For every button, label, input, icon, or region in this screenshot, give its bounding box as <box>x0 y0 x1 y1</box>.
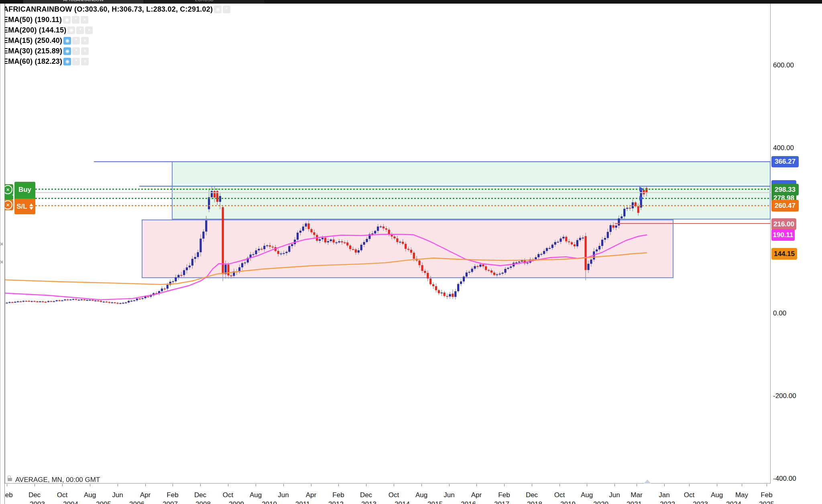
settings-icon[interactable]: * <box>76 26 84 34</box>
entry-markers-layer <box>5 4 770 483</box>
stoploss-button[interactable]: S/L <box>14 199 35 214</box>
year-label: 2008 <box>195 500 211 504</box>
year-label: 2011 <box>295 500 310 504</box>
tab-africanrainbow[interactable]: AFRICANRAINBOW <box>23 0 144 4</box>
buy2-entry-marker <box>639 196 644 201</box>
visibility-icon[interactable]: ◉ <box>63 47 71 55</box>
year-label: 2021 <box>627 500 642 504</box>
time-axis-tick <box>504 484 505 486</box>
month-label: Oct <box>389 491 399 499</box>
month-label: Feb <box>761 491 772 499</box>
tag-ema50-190-11: 190.11 <box>771 229 795 241</box>
month-label: Apr <box>306 491 316 499</box>
time-axis-tick <box>664 484 665 486</box>
time-axis-tick <box>449 484 450 486</box>
price-axis-label: -400.00 <box>773 475 796 483</box>
time-axis-tick <box>476 484 477 486</box>
symbol-ohlc-row: AFRICANRAINBOW (O:303.60, H:306.73, L:28… <box>3 4 230 14</box>
year-label: 2022 <box>660 500 675 504</box>
trading-app: { "window": { "tabs": [ {"label": "AFRIC… <box>0 0 822 504</box>
month-label: Apr <box>471 491 482 499</box>
adjust-stoploss-arrows[interactable] <box>29 203 33 210</box>
remove-icon[interactable]: × <box>81 37 89 45</box>
month-label: Dec <box>360 491 372 499</box>
symbol-ohlc-title: AFRICANRAINBOW (O:303.60, H:306.73, L:28… <box>3 5 213 14</box>
tag-ema200-144-15: 144.15 <box>771 248 797 260</box>
chart-panel <box>5 3 771 484</box>
month-label: Aug <box>711 491 723 499</box>
visibility-icon[interactable]: ◉ <box>63 58 71 65</box>
time-axis-tick <box>173 484 173 486</box>
month-label: Jun <box>278 491 289 499</box>
settings-icon[interactable]: * <box>72 47 80 55</box>
tag-216-00: 216.00 <box>771 218 796 230</box>
tab-eurusd[interactable]: EURUSD <box>144 0 265 4</box>
tag-sl-260-47[interactable]: 260.47 <box>771 200 799 211</box>
indicator-row-ema200: EMA(200) (144.15) ◉ * × <box>3 25 230 35</box>
month-label: May <box>735 491 748 499</box>
year-label: 2014 <box>395 500 410 504</box>
splitter-handle-icon[interactable]: × <box>0 240 4 247</box>
year-label: 2025 <box>759 500 774 504</box>
year-label: 2003 <box>30 500 45 504</box>
month-label: Aug <box>581 491 593 499</box>
visibility-icon[interactable]: ◉ <box>63 16 71 24</box>
time-axis-tick <box>338 484 339 486</box>
year-label: 2006 <box>129 500 144 504</box>
month-label: Jun <box>444 491 454 499</box>
indicator-row-ema15: EMA(15) (250.40) ◉ * × <box>3 35 230 46</box>
time-axis-tick <box>717 484 717 486</box>
visibility-icon[interactable]: ◉ <box>214 6 222 13</box>
visibility-icon[interactable]: ◉ <box>67 26 75 34</box>
month-label: Jun <box>112 491 123 499</box>
time-axis-tick <box>228 484 228 486</box>
indicator-label: EMA(50) (190.11) <box>3 16 62 24</box>
visibility-icon[interactable]: ◉ <box>63 37 71 45</box>
time-axis-tick <box>587 484 587 486</box>
time-axis-tick <box>62 484 63 486</box>
year-label: 2019 <box>560 500 576 504</box>
year-label: 2004 <box>63 500 78 504</box>
time-axis-tick <box>742 484 742 486</box>
year-label: 2010 <box>262 500 277 504</box>
remove-icon[interactable]: × <box>81 16 88 24</box>
time-axis-tick <box>90 484 90 486</box>
price-axis-label: 0.00 <box>773 309 786 317</box>
year-label: 2023 <box>693 500 708 504</box>
settings-icon[interactable]: * <box>223 6 230 13</box>
year-label: 2007 <box>163 500 178 504</box>
month-label: Mar <box>631 491 642 499</box>
indicator-row-ema60: EMA(60) (182.23) ◉ * × <box>3 56 230 67</box>
chart-legend: AFRICANRAINBOW (O:303.60, H:306.73, L:28… <box>3 4 230 67</box>
time-axis-tick <box>256 484 256 486</box>
settings-icon[interactable]: * <box>72 58 80 65</box>
year-label: 2012 <box>328 500 344 504</box>
time-axis-tick <box>311 484 311 486</box>
time-axis-tick <box>614 484 615 486</box>
buy-button-label: Buy <box>18 186 31 194</box>
left-splitter[interactable]: × × <box>0 4 5 504</box>
month-label: Feb <box>167 491 178 499</box>
remove-icon[interactable]: × <box>85 26 93 34</box>
settings-icon[interactable]: * <box>72 16 79 24</box>
chart-status-text: AVERAGE, MN, 00:00 GMT <box>15 476 100 484</box>
time-axis-tick <box>560 484 560 486</box>
year-label: 2024 <box>726 500 741 504</box>
month-label: Jun <box>609 491 620 499</box>
remove-icon[interactable]: × <box>81 47 89 55</box>
remove-icon[interactable]: × <box>81 58 89 65</box>
tab-eurusd-label: EURUSD <box>144 0 265 2</box>
settings-icon[interactable]: * <box>72 37 80 45</box>
indicator-label: EMA(60) (182.23) <box>3 57 62 66</box>
time-axis-tick <box>366 484 366 486</box>
unlocked-icon[interactable] <box>8 478 12 481</box>
splitter-handle-icon[interactable]: × <box>0 258 4 265</box>
last-bar-indicator-icon[interactable] <box>644 480 651 484</box>
indicator-label: EMA(200) (144.15) <box>3 26 66 35</box>
month-label: Jan <box>659 491 669 499</box>
year-label: 2017 <box>494 500 509 504</box>
time-axis-tick <box>532 484 532 486</box>
month-label: Dec <box>194 491 206 499</box>
tag-buy1-298-33[interactable]: 298.33 <box>771 184 799 195</box>
time-axis-tick <box>394 484 394 486</box>
